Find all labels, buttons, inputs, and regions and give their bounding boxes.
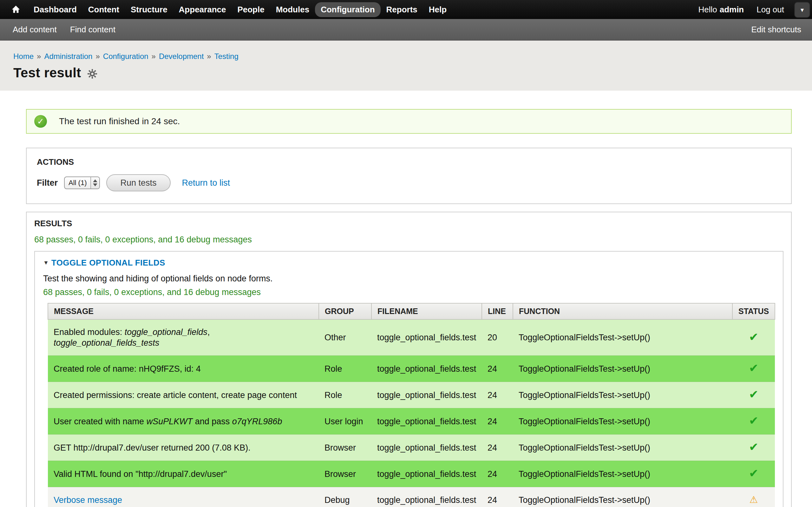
filter-select[interactable]: All (1) — [64, 176, 100, 189]
breadcrumb-separator: » — [37, 52, 41, 60]
breadcrumb-link-configuration[interactable]: Configuration — [103, 52, 148, 60]
filename-cell: toggle_optional_fields.test — [371, 435, 482, 461]
breadcrumb-link-administration[interactable]: Administration — [44, 52, 92, 60]
toolbar-item-people[interactable]: People — [232, 2, 270, 17]
page-header: Home»Administration»Configuration»Develo… — [0, 41, 812, 91]
toolbar-item-reports[interactable]: Reports — [380, 2, 423, 17]
test-group-title-link[interactable]: TOGGLE OPTIONAL FIELDS — [51, 258, 165, 268]
filter-select-value: All (1) — [68, 179, 90, 187]
filename-cell: toggle_optional_fields.test — [371, 320, 482, 355]
filter-label: Filter — [37, 178, 58, 188]
toolbar-item-modules[interactable]: Modules — [270, 2, 315, 17]
shortcut-bar: Add content Find content Edit shortcuts — [0, 19, 812, 41]
table-header-row: MESSAGE GROUP FILENAME LINE FUNCTION STA… — [48, 303, 775, 320]
toolbar-item-dashboard[interactable]: Dashboard — [28, 2, 83, 17]
shortcut-add-content[interactable]: Add content — [13, 25, 57, 35]
test-group-summary: 68 passes, 0 fails, 0 exceptions, and 16… — [43, 287, 774, 297]
results-fieldset: RESULTS 68 passes, 0 fails, 0 exceptions… — [26, 212, 792, 507]
table-row: User created with name wSuPLKWT and pass… — [48, 408, 775, 435]
toolbar-menu: Dashboard Content Structure Appearance P… — [28, 2, 452, 17]
group-cell: User login — [319, 408, 371, 435]
breadcrumb-link-testing[interactable]: Testing — [214, 52, 239, 60]
breadcrumb-link-development[interactable]: Development — [159, 52, 204, 60]
header-group: GROUP — [319, 303, 371, 320]
return-to-list-link[interactable]: Return to list — [182, 178, 230, 188]
function-cell: ToggleOptionalFieldsTest->setUp() — [513, 408, 732, 435]
message-cell: Enabled modules: toggle_optional_fields,… — [48, 320, 319, 355]
table-row: Verbose message Debug toggle_optional_fi… — [48, 487, 775, 507]
status-cell: ✔ — [732, 355, 775, 382]
header-function: FUNCTION — [513, 303, 732, 320]
status-cell: ⚠ — [732, 487, 775, 507]
line-cell: 24 — [482, 487, 513, 507]
results-summary: 68 passes, 0 fails, 0 exceptions, and 16… — [34, 234, 783, 245]
home-icon[interactable] — [8, 3, 24, 16]
filename-cell: toggle_optional_fields.test — [371, 382, 482, 408]
message-cell: User created with name wSuPLKWT and pass… — [48, 408, 319, 435]
header-status: STATUS — [732, 303, 775, 320]
user-greeting: Helloadmin — [698, 5, 744, 14]
toolbar-item-appearance[interactable]: Appearance — [173, 2, 232, 17]
actions-fieldset: ACTIONS Filter All (1) Run tests Return … — [26, 148, 792, 204]
group-cell: Browser — [319, 461, 371, 487]
status-cell: ✔ — [732, 435, 775, 461]
breadcrumb-separator: » — [96, 52, 100, 60]
main-content: ✓ The test run finished in 24 sec. ACTIO… — [0, 91, 812, 507]
group-cell: Browser — [319, 435, 371, 461]
line-cell: 20 — [482, 320, 513, 355]
filename-cell: toggle_optional_fields.test — [371, 408, 482, 435]
warning-icon: ⚠ — [750, 494, 758, 505]
toolbar-toggle-button[interactable]: ▾ — [794, 2, 810, 18]
status-cell: ✔ — [732, 320, 775, 355]
function-cell: ToggleOptionalFieldsTest->setUp() — [513, 435, 732, 461]
table-row: Created permissions: create article cont… — [48, 382, 775, 408]
function-cell: ToggleOptionalFieldsTest->setUp() — [513, 320, 732, 355]
actions-legend: ACTIONS — [37, 157, 781, 167]
table-row: GET http://drupal7.dev/user returned 200… — [48, 435, 775, 461]
status-cell: ✔ — [732, 408, 775, 435]
page-title: Test result — [13, 65, 81, 80]
group-cell: Role — [319, 382, 371, 408]
breadcrumb-link-home[interactable]: Home — [13, 52, 34, 60]
status-cell: ✔ — [732, 382, 775, 408]
line-cell: 24 — [482, 461, 513, 487]
collapse-arrow-icon[interactable]: ▼ — [43, 258, 49, 268]
function-cell: ToggleOptionalFieldsTest->setUp() — [513, 355, 732, 382]
verbose-message-link[interactable]: Verbose message — [54, 495, 122, 505]
group-cell: Role — [319, 355, 371, 382]
gear-icon[interactable] — [88, 69, 97, 78]
message-cell: Created role of name: nHQ9fFZS, id: 4 — [48, 355, 319, 382]
edit-shortcuts-link[interactable]: Edit shortcuts — [751, 25, 801, 34]
check-icon: ✔ — [749, 331, 758, 343]
header-line: LINE — [482, 303, 513, 320]
toolbar-item-help[interactable]: Help — [423, 2, 452, 17]
run-tests-button[interactable]: Run tests — [106, 174, 170, 191]
table-row: Created role of name: nHQ9fFZS, id: 4 Ro… — [48, 355, 775, 382]
status-check-icon: ✓ — [34, 115, 47, 128]
toolbar-item-content[interactable]: Content — [83, 2, 125, 17]
toolbar-item-configuration[interactable]: Configuration — [315, 2, 380, 17]
message-cell: Created permissions: create article cont… — [48, 382, 319, 408]
check-icon: ✔ — [749, 361, 758, 375]
filename-cell: toggle_optional_fields.test — [371, 461, 482, 487]
message-cell: Valid HTML found on "http://drupal7.dev/… — [48, 461, 319, 487]
breadcrumb: Home»Administration»Configuration»Develo… — [13, 41, 812, 61]
chevron-down-icon: ▾ — [801, 6, 804, 14]
logout-link[interactable]: Log out — [757, 5, 784, 14]
toolbar-item-structure[interactable]: Structure — [125, 2, 173, 17]
group-cell: Other — [319, 320, 371, 355]
breadcrumb-separator: » — [207, 52, 211, 60]
status-message-text: The test run finished in 24 sec. — [59, 116, 180, 126]
test-group-fieldset: ▼ TOGGLE OPTIONAL FIELDS Test the showin… — [34, 251, 783, 507]
header-filename: FILENAME — [371, 303, 482, 320]
line-cell: 24 — [482, 382, 513, 408]
filename-cell: toggle_optional_fields.test — [371, 355, 482, 382]
table-row: Enabled modules: toggle_optional_fields,… — [48, 320, 775, 355]
function-cell: ToggleOptionalFieldsTest->setUp() — [513, 487, 732, 507]
message-cell: Verbose message — [48, 487, 319, 507]
status-cell: ✔ — [732, 461, 775, 487]
results-table: MESSAGE GROUP FILENAME LINE FUNCTION STA… — [48, 303, 775, 507]
shortcut-find-content[interactable]: Find content — [70, 25, 115, 35]
check-icon: ✔ — [749, 388, 758, 401]
table-row: Valid HTML found on "http://drupal7.dev/… — [48, 461, 775, 487]
